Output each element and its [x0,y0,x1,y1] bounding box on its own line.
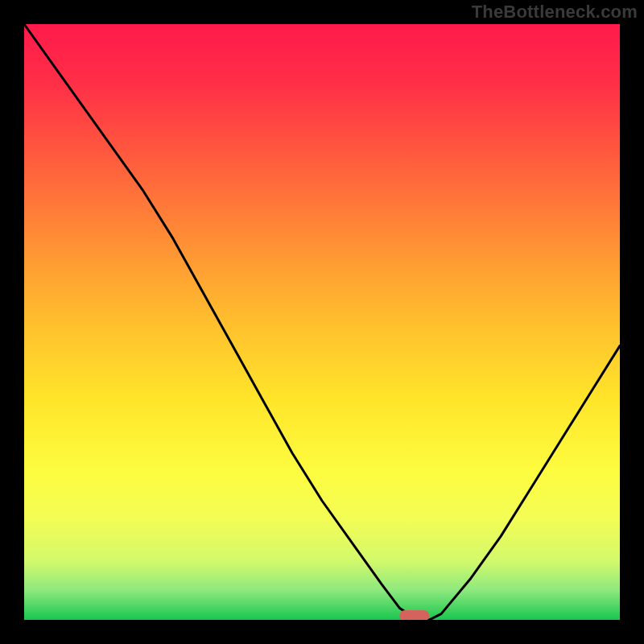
watermark-text: TheBottleneck.com [472,2,638,23]
optimal-marker [399,610,429,620]
chart-plot [24,24,620,620]
chart-frame: TheBottleneck.com [0,0,644,644]
gradient-background [24,24,620,620]
chart-svg [24,24,620,620]
